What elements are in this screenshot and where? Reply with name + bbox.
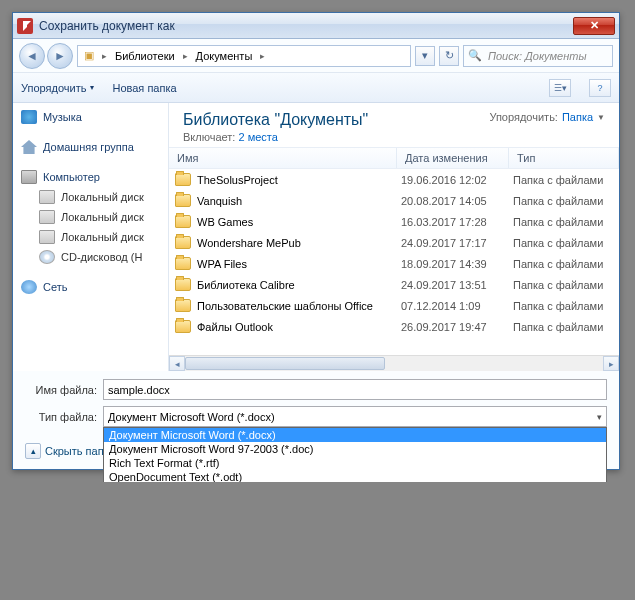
sidebar-item-network[interactable]: Сеть xyxy=(13,277,168,297)
chevron-icon[interactable]: ▸ xyxy=(256,46,269,66)
includes-label: Включает: xyxy=(183,131,235,143)
toolbar: Упорядочить Новая папка ☰▾ ? xyxy=(13,73,619,103)
sidebar-item-computer[interactable]: Компьютер xyxy=(13,167,168,187)
filename-label: Имя файла: xyxy=(25,384,103,396)
file-type: Папка с файлами xyxy=(513,300,619,312)
titlebar[interactable]: Сохранить документ как ✕ xyxy=(13,13,619,39)
col-date[interactable]: Дата изменения xyxy=(397,148,509,168)
sidebar-item-homegroup[interactable]: Домашняя группа xyxy=(13,137,168,157)
file-name: Wondershare MePub xyxy=(197,237,401,249)
search-icon: 🔍 xyxy=(468,49,484,63)
sidebar-item-music[interactable]: Музыка xyxy=(13,107,168,127)
breadcrumb-root[interactable]: Библиотеки xyxy=(111,46,179,66)
scroll-left-button[interactable]: ◂ xyxy=(169,356,185,371)
breadcrumb-current[interactable]: Документы xyxy=(192,46,257,66)
file-date: 07.12.2014 1:09 xyxy=(401,300,513,312)
back-button[interactable]: ◄ xyxy=(19,43,45,69)
table-row[interactable]: Файлы Outlook26.09.2017 19:47Папка с фай… xyxy=(169,316,619,337)
file-date: 24.09.2017 17:17 xyxy=(401,237,513,249)
filetype-option[interactable]: OpenDocument Text (*.odt) xyxy=(104,470,606,482)
file-date: 19.06.2016 12:02 xyxy=(401,174,513,186)
horizontal-scrollbar[interactable]: ◂ ▸ xyxy=(169,355,619,371)
hide-folders-button[interactable]: Скрыть папки xyxy=(25,443,115,459)
search-input[interactable]: 🔍 Поиск: Документы xyxy=(463,45,613,67)
folder-icon xyxy=(175,194,191,207)
filetype-select[interactable]: Документ Microsoft Word (*.docx) xyxy=(103,406,607,427)
filetype-label: Тип файла: xyxy=(25,411,103,423)
file-type: Папка с файлами xyxy=(513,279,619,291)
sidebar-item-localdisk[interactable]: Локальный диск xyxy=(13,227,168,247)
folder-icon xyxy=(175,173,191,186)
sort-value[interactable]: Папка xyxy=(562,111,593,123)
refresh-button[interactable]: ↻ xyxy=(439,46,459,66)
table-row[interactable]: Библиотека Calibre24.09.2017 13:51Папка … xyxy=(169,274,619,295)
music-icon xyxy=(21,110,37,124)
disk-icon xyxy=(39,210,55,224)
address-bar[interactable]: ▣ ▸ Библиотеки ▸ Документы ▸ xyxy=(77,45,411,67)
includes-link[interactable]: 2 места xyxy=(238,131,277,143)
file-name: Файлы Outlook xyxy=(197,321,401,333)
file-name: TheSolusProject xyxy=(197,174,401,186)
organize-button[interactable]: Упорядочить xyxy=(21,82,94,94)
view-button[interactable]: ☰▾ xyxy=(549,79,571,97)
disk-icon xyxy=(39,230,55,244)
filetype-option[interactable]: Документ Microsoft Word 97-2003 (*.doc) xyxy=(104,442,606,456)
col-name[interactable]: Имя xyxy=(169,148,397,168)
sidebar: Музыка Домашняя группа Компьютер Локальн… xyxy=(13,103,169,371)
search-placeholder: Поиск: Документы xyxy=(488,50,587,62)
file-type: Папка с файлами xyxy=(513,174,619,186)
disk-icon xyxy=(39,190,55,204)
table-row[interactable]: Vanquish20.08.2017 14:05Папка с файлами xyxy=(169,190,619,211)
filetype-option[interactable]: Rich Text Format (*.rtf) xyxy=(104,456,606,470)
main-pane: Библиотека "Документы" Включает: 2 места… xyxy=(169,103,619,371)
save-as-dialog: Сохранить документ как ✕ ◄ ► ▣ ▸ Библиот… xyxy=(12,12,620,470)
file-type: Папка с файлами xyxy=(513,237,619,249)
forward-button[interactable]: ► xyxy=(47,43,73,69)
file-type: Папка с файлами xyxy=(513,321,619,333)
table-row[interactable]: Пользовательские шаблоны Office07.12.201… xyxy=(169,295,619,316)
new-folder-button[interactable]: Новая папка xyxy=(112,82,176,94)
table-row[interactable]: WB Games16.03.2017 17:28Папка с файлами xyxy=(169,211,619,232)
column-headers: Имя Дата изменения Тип xyxy=(169,147,619,169)
file-date: 20.08.2017 14:05 xyxy=(401,195,513,207)
computer-icon xyxy=(21,170,37,184)
file-name: WPA Files xyxy=(197,258,401,270)
file-name: WB Games xyxy=(197,216,401,228)
library-title: Библиотека "Документы" xyxy=(183,111,489,129)
filetype-dropdown: Документ Microsoft Word (*.docx)Документ… xyxy=(103,427,607,482)
help-button[interactable]: ? xyxy=(589,79,611,97)
table-row[interactable]: TheSolusProject19.06.2016 12:02Папка с ф… xyxy=(169,169,619,190)
chevron-icon[interactable]: ▸ xyxy=(179,46,192,66)
sort-label: Упорядочить: xyxy=(489,111,558,123)
folder-icon xyxy=(175,299,191,312)
chevron-down-icon[interactable]: ▼ xyxy=(597,113,605,122)
filename-input[interactable]: sample.docx xyxy=(103,379,607,400)
file-date: 26.09.2017 19:47 xyxy=(401,321,513,333)
scroll-right-button[interactable]: ▸ xyxy=(603,356,619,371)
file-date: 16.03.2017 17:28 xyxy=(401,216,513,228)
filetype-option[interactable]: Документ Microsoft Word (*.docx) xyxy=(104,428,606,442)
window-title: Сохранить документ как xyxy=(39,19,573,33)
sidebar-item-cddrive[interactable]: CD-дисковод (H xyxy=(13,247,168,267)
scroll-thumb[interactable] xyxy=(185,357,385,370)
file-date: 24.09.2017 13:51 xyxy=(401,279,513,291)
file-list[interactable]: TheSolusProject19.06.2016 12:02Папка с ф… xyxy=(169,169,619,355)
col-type[interactable]: Тип xyxy=(509,148,619,168)
network-icon xyxy=(21,280,37,294)
cd-icon xyxy=(39,250,55,264)
file-name: Библиотека Calibre xyxy=(197,279,401,291)
table-row[interactable]: WPA Files18.09.2017 14:39Папка с файлами xyxy=(169,253,619,274)
app-icon xyxy=(17,18,33,34)
chevron-icon[interactable]: ▸ xyxy=(98,46,111,66)
file-type: Папка с файлами xyxy=(513,195,619,207)
sidebar-item-localdisk[interactable]: Локальный диск xyxy=(13,187,168,207)
dropdown-button[interactable]: ▾ xyxy=(415,46,435,66)
folder-icon xyxy=(175,278,191,291)
folder-icon xyxy=(175,215,191,228)
table-row[interactable]: Wondershare MePub24.09.2017 17:17Папка с… xyxy=(169,232,619,253)
close-button[interactable]: ✕ xyxy=(573,17,615,35)
sidebar-item-localdisk[interactable]: Локальный диск xyxy=(13,207,168,227)
folder-icon xyxy=(175,236,191,249)
homegroup-icon xyxy=(21,140,37,154)
folder-icon xyxy=(175,257,191,270)
